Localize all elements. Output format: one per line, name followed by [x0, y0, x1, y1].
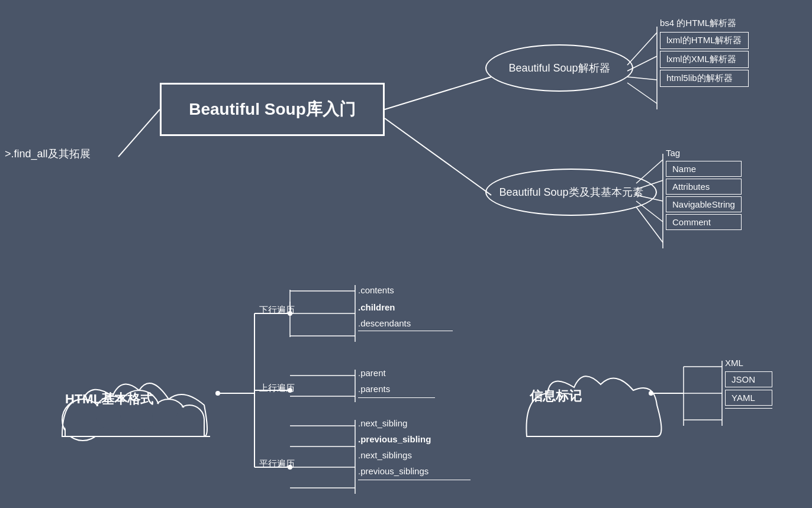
down-item-2: .descendants — [358, 313, 453, 328]
sib-item-2: .next_siblings — [358, 445, 471, 461]
central-title: Beautiful Soup库入门 — [189, 98, 356, 121]
classes-list: Tag Name Attributes NavigableString Comm… — [666, 147, 742, 232]
html-basic-label: HTML基本格式 — [65, 390, 153, 408]
html-basic-cloud: HTML基本格式 — [36, 349, 219, 446]
parser-item-3: html5lib的解析器 — [660, 70, 749, 87]
traverse-down-list: .contents .children .descendants — [358, 284, 453, 331]
parser-list: bs4 的HTML解析器 lxml的HTML解析器 lxml的XML解析器 ht… — [660, 17, 749, 89]
find-all-node: >.find_all及其拓展 — [0, 142, 95, 166]
canvas: Beautiful Soup库入门 >.find_all及其拓展 Beautif… — [0, 0, 812, 508]
svg-line-3 — [627, 33, 657, 65]
parser-node: Beautiful Soup解析器 — [485, 44, 633, 92]
central-title-box: Beautiful Soup库入门 — [160, 83, 385, 136]
svg-line-12 — [636, 207, 663, 242]
traverse-up-list: .parent .parents — [358, 367, 435, 398]
down-item-0: .contents — [358, 284, 453, 296]
traverse-sibling-label: 平行遍历 — [259, 458, 295, 470]
svg-line-6 — [627, 83, 657, 103]
svg-line-1 — [385, 118, 491, 195]
down-item-1: .children — [358, 296, 453, 313]
parser-item-1: lxml的HTML解析器 — [660, 32, 749, 49]
classes-node: Beautiful Soup类及其基本元素 — [485, 169, 657, 216]
svg-point-57 — [176, 406, 203, 433]
classes-item-4: Comment — [666, 214, 742, 230]
classes-item-0: Tag — [666, 147, 742, 159]
info-list: XML JSON YAML — [725, 357, 772, 409]
info-mark-label: 信息标记 — [530, 387, 582, 405]
parser-item-2: lxml的XML解析器 — [660, 51, 749, 68]
up-item-0: .parent — [358, 367, 435, 379]
classes-item-1: Name — [666, 161, 742, 177]
classes-item-2: Attributes — [666, 179, 742, 195]
svg-line-5 — [627, 77, 657, 80]
sib-item-0: .next_sibling — [358, 417, 471, 429]
info-item-1: JSON — [725, 371, 772, 387]
info-item-0: XML — [725, 357, 772, 369]
sib-item-3: .previous_siblings — [358, 461, 471, 477]
traverse-sibling-list: .next_sibling .previous_sibling .next_si… — [358, 417, 471, 480]
svg-line-2 — [118, 109, 160, 157]
traverse-down-label: 下行遍历 — [259, 305, 295, 316]
info-mark-cloud: 信息标记 — [515, 349, 669, 446]
classes-item-3: NavigableString — [666, 196, 742, 212]
up-item-1: .parents — [358, 379, 435, 395]
sib-item-1: .previous_sibling — [358, 429, 471, 445]
parser-item-0: bs4 的HTML解析器 — [660, 17, 749, 30]
traverse-up-label: 上行遍历 — [259, 383, 295, 394]
info-item-2: YAML — [725, 390, 772, 406]
svg-line-0 — [385, 77, 491, 109]
